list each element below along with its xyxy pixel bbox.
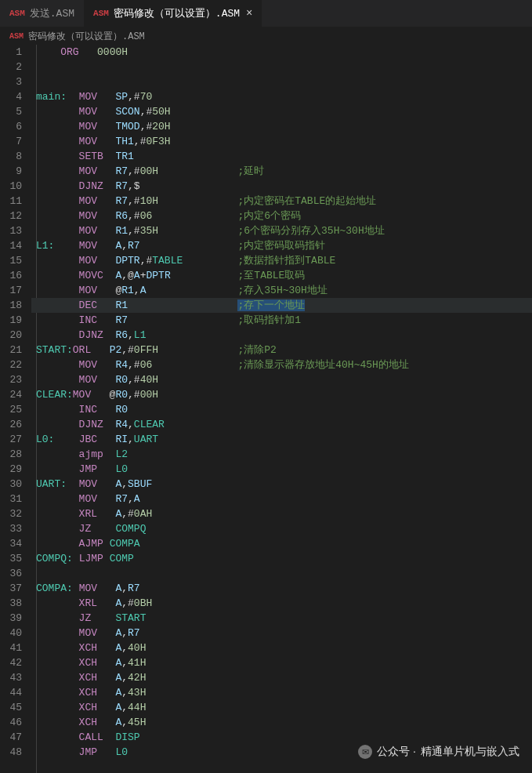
line-number: 41 [0, 641, 22, 655]
code-line[interactable]: SETB TR1 [31, 149, 532, 164]
code-line[interactable]: START:ORL P2,#0FFH ;清除P2 [31, 343, 532, 357]
tab-label: 发送.ASM [30, 6, 74, 20]
line-number: 31 [0, 492, 22, 506]
code-line[interactable]: MOV R4,#06 ;清除显示器存放地址40H~45H的地址 [31, 357, 532, 372]
line-number: 38 [0, 596, 22, 611]
code-line[interactable]: COMPQ: LJMP COMP [31, 551, 532, 566]
line-number: 10 [0, 179, 22, 194]
watermark-prefix: 公众号 · [377, 745, 416, 759]
code-line[interactable]: MOV A,R7 [31, 626, 532, 641]
code-comment: ;清除P2 [237, 344, 276, 356]
code-line[interactable]: XCH A,44H [31, 700, 532, 715]
code-line[interactable]: AJMP COMPA [31, 536, 532, 551]
code-line[interactable]: MOVC A,@A+DPTR ;至TABLE取码 [31, 268, 532, 283]
asm-file-icon: ASM [93, 9, 109, 18]
close-icon[interactable]: × [246, 7, 252, 20]
line-number: 5 [0, 104, 22, 119]
line-number: 40 [0, 626, 22, 641]
code-line[interactable]: XCH A,42H [31, 670, 532, 685]
line-number: 37 [0, 581, 22, 596]
code-line[interactable]: CLEAR:MOV @R0,#00H [31, 387, 532, 402]
code-comment: ;内定6个密码 [237, 210, 301, 222]
code-line[interactable]: DJNZ R6,L1 [31, 328, 532, 343]
code-line[interactable]: MOV R7,A [31, 492, 532, 506]
line-number: 25 [0, 402, 22, 417]
code-line[interactable]: MOV R6,#06 ;内定6个密码 [31, 209, 532, 223]
line-number: 36 [0, 566, 22, 581]
line-number: 1 [0, 45, 22, 60]
code-line[interactable]: UART: MOV A,SBUF [31, 477, 532, 492]
code-line[interactable]: XCH A,45H [31, 715, 532, 730]
code-area[interactable]: ORG 0000Hmain: MOV SP,#70 MOV SCON,#50H … [31, 45, 532, 773]
line-number: 30 [0, 477, 22, 492]
code-line[interactable]: JZ START [31, 611, 532, 626]
code-line[interactable]: INC R0 [31, 402, 532, 417]
code-line[interactable]: DEC R1 ;存下一个地址 [31, 298, 532, 313]
code-line[interactable]: ORG 0000H [31, 45, 532, 60]
code-line[interactable]: MOV SCON,#50H [31, 104, 532, 119]
code-editor[interactable]: 1234567891011121314151617181920212223242… [0, 45, 532, 773]
line-number: 14 [0, 238, 22, 253]
watermark-name: 精通单片机与嵌入式 [421, 745, 519, 759]
code-line[interactable]: MOV TH1,#0F3H [31, 134, 532, 149]
line-number: 29 [0, 462, 22, 477]
code-line[interactable]: MOV R7,#10H ;内定密码在TABLE的起始地址 [31, 194, 532, 209]
wechat-icon: ✉ [358, 745, 372, 759]
asm-file-icon: ASM [9, 9, 25, 18]
code-line[interactable]: DJNZ R7,$ [31, 179, 532, 194]
line-number: 15 [0, 253, 22, 268]
line-number: 39 [0, 611, 22, 626]
line-number: 2 [0, 60, 22, 74]
code-comment: ;存入35H~30H地址 [238, 285, 328, 296]
code-line[interactable] [31, 74, 532, 89]
code-comment: ;清除显示器存放地址40H~45H的地址 [237, 359, 408, 371]
line-number: 17 [0, 283, 22, 298]
code-line[interactable]: main: MOV SP,#70 [31, 89, 532, 104]
code-line[interactable]: MOV DPTR,#TABLE ;数据指针指到TABLE [31, 253, 532, 268]
code-comment: ;内定密码在TABLE的起始地址 [237, 195, 376, 207]
tab-active[interactable]: ASM 密码修改（可以设置）.ASM × [84, 0, 262, 27]
code-line[interactable]: MOV TMOD,#20H [31, 119, 532, 134]
line-number: 35 [0, 551, 22, 566]
code-line[interactable]: MOV R7,#00H ;延时 [31, 164, 532, 179]
code-line[interactable]: MOV R1,#35H ;6个密码分别存入35H~30H地址 [31, 223, 532, 238]
code-comment: ;至TABLE取码 [238, 270, 306, 281]
line-number: 45 [0, 700, 22, 715]
line-number: 23 [0, 372, 22, 387]
line-number: 33 [0, 521, 22, 536]
line-number: 21 [0, 343, 22, 357]
line-number: 48 [0, 745, 22, 760]
line-number: 6 [0, 119, 22, 134]
line-number: 28 [0, 447, 22, 462]
code-line[interactable] [31, 566, 532, 581]
breadcrumb[interactable]: ASM 密码修改（可以设置）.ASM [0, 27, 532, 45]
code-line[interactable]: COMPA: MOV A,R7 [31, 581, 532, 596]
tab-inactive[interactable]: ASM 发送.ASM [0, 0, 84, 27]
code-line[interactable]: XRL A,#0AH [31, 506, 532, 521]
code-line[interactable]: L1: MOV A,R7 ;内定密码取码指针 [31, 238, 532, 253]
code-line[interactable]: INC R7 ;取码指针加1 [31, 313, 532, 328]
code-line[interactable]: MOV @R1,A ;存入35H~30H地址 [31, 283, 532, 298]
line-number: 3 [0, 74, 22, 89]
code-line[interactable]: XRL A,#0BH [31, 596, 532, 611]
code-line[interactable]: L0: JBC RI,UART [31, 432, 532, 447]
code-line[interactable]: JMP L0 [31, 462, 532, 477]
line-number: 8 [0, 149, 22, 164]
code-line[interactable]: XCH A,41H [31, 655, 532, 670]
tab-bar: ASM 发送.ASM ASM 密码修改（可以设置）.ASM × [0, 0, 532, 27]
code-line[interactable]: CALL DISP [31, 730, 532, 745]
code-line[interactable]: ajmp L2 [31, 447, 532, 462]
code-line[interactable]: DJNZ R4,CLEAR [31, 417, 532, 432]
code-line[interactable]: MOV R0,#40H [31, 372, 532, 387]
line-number: 16 [0, 268, 22, 283]
code-comment: ;内定密码取码指针 [238, 240, 326, 252]
code-line[interactable]: XCH A,43H [31, 685, 532, 700]
code-line[interactable] [31, 60, 532, 74]
code-line[interactable]: XCH A,40H [31, 641, 532, 655]
line-number: 32 [0, 506, 22, 521]
code-line[interactable]: JZ COMPQ [31, 521, 532, 536]
line-number: 13 [0, 223, 22, 238]
breadcrumb-label: 密码修改（可以设置）.ASM [28, 30, 145, 43]
line-number: 11 [0, 194, 22, 209]
code-comment: ;取码指针加1 [237, 314, 301, 326]
